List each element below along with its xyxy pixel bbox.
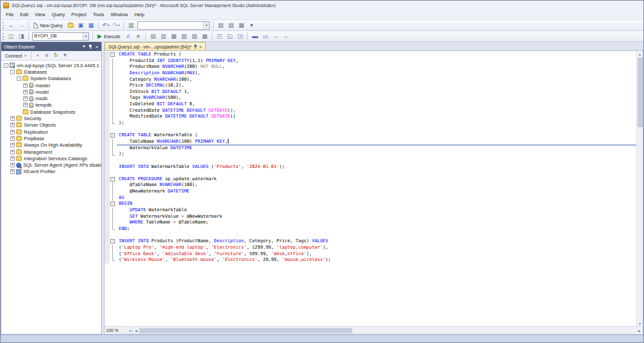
- expand-icon[interactable]: +: [10, 156, 15, 161]
- tree-item-databases[interactable]: -Databases: [1, 68, 101, 75]
- tree-item-always-on-high-availability[interactable]: +Always On High Availability: [1, 142, 101, 149]
- toolbar-combo[interactable]: ▾: [137, 21, 210, 30]
- toolbar-overflow-icon[interactable]: ▾: [247, 21, 256, 30]
- expand-icon[interactable]: +: [10, 163, 15, 167]
- expand-icon[interactable]: +: [10, 130, 15, 134]
- collapse-region-icon[interactable]: -: [110, 177, 115, 182]
- expand-icon[interactable]: +: [23, 103, 28, 107]
- connect-database-icon[interactable]: ◫: [6, 32, 15, 41]
- query-options-icon[interactable]: ▥: [159, 32, 168, 41]
- expand-icon[interactable]: +: [23, 83, 28, 88]
- live-query-stats-icon[interactable]: ▨: [190, 32, 199, 41]
- menu-window[interactable]: Window: [107, 10, 131, 19]
- estimated-plan-icon[interactable]: ▤: [148, 32, 157, 41]
- results-to-grid-icon[interactable]: ◱: [225, 32, 234, 41]
- parse-icon[interactable]: √: [123, 32, 132, 41]
- execute-button[interactable]: ▶Execute: [95, 32, 123, 41]
- menu-edit[interactable]: Edit: [17, 10, 32, 19]
- collapse-icon[interactable]: -: [4, 63, 8, 68]
- change-connection-icon[interactable]: ◨: [17, 32, 26, 41]
- tree-item-integration-services-catalogs[interactable]: +Integration Services Catalogs: [1, 155, 101, 161]
- open-file-icon[interactable]: [66, 21, 75, 30]
- expand-icon[interactable]: +: [10, 150, 15, 154]
- toolbar-grip[interactable]: [3, 33, 4, 40]
- save-icon[interactable]: ▣: [76, 21, 85, 30]
- expand-icon[interactable]: +: [10, 169, 15, 174]
- fold-margin[interactable]: -: [110, 176, 117, 183]
- scroll-right-icon[interactable]: ▶: [636, 327, 643, 334]
- database-combo[interactable]: BYOPI_DB▾: [32, 32, 89, 41]
- horizontal-scrollbar[interactable]: ◀ ▶: [133, 327, 643, 334]
- tree-item-msdb[interactable]: +msdb: [1, 95, 101, 101]
- connect-button[interactable]: Connect▾: [3, 51, 29, 60]
- scroll-left-icon[interactable]: ◀: [133, 327, 139, 334]
- tree-item-vm-sql-byopi-sql-server-15-0-4445-1[interactable]: -vm-sql-byopi (SQL Server 15.0.4445.1 -: [1, 62, 101, 68]
- tree-item-system-databases[interactable]: -System Databases: [1, 76, 101, 82]
- scroll-up-icon[interactable]: ▲: [637, 51, 643, 57]
- filter-icon[interactable]: ▼: [61, 52, 69, 59]
- indent-icon[interactable]: →: [271, 32, 280, 41]
- menu-query[interactable]: Query: [48, 10, 68, 19]
- expand-icon[interactable]: +: [10, 143, 15, 147]
- pin-icon[interactable]: [87, 43, 94, 50]
- tree-item-database-snapshots[interactable]: Database Snapshots: [1, 109, 101, 115]
- collapse-icon[interactable]: -: [17, 76, 21, 81]
- properties-window-icon[interactable]: ▩: [237, 21, 246, 30]
- tree-item-polybase[interactable]: +PolyBase: [1, 135, 101, 141]
- scroll-down-icon[interactable]: ▼: [637, 320, 643, 326]
- code-area[interactable]: -CREATE TABLE Products ( ProductId INT I…: [105, 51, 636, 326]
- tree-item-replication[interactable]: +Replication: [1, 129, 101, 135]
- close-icon[interactable]: ×: [199, 45, 202, 49]
- window-position-icon[interactable]: ▾: [81, 43, 87, 50]
- tree-item-sql-server-agent-agent-xps-disabl[interactable]: +SQL Server Agent (Agent XPs disabl...: [1, 161, 101, 168]
- menu-help[interactable]: Help: [131, 10, 147, 19]
- expand-icon[interactable]: +: [23, 90, 28, 94]
- new-query-button[interactable]: New Query: [31, 21, 65, 30]
- tree-item-server-objects[interactable]: +Server Objects: [1, 122, 101, 129]
- vertical-scroll-thumb[interactable]: [638, 57, 643, 127]
- sql-editor[interactable]: -CREATE TABLE Products ( ProductId INT I…: [104, 50, 643, 326]
- cancel-query-icon[interactable]: ■: [134, 32, 143, 41]
- menu-view[interactable]: View: [32, 10, 48, 19]
- actual-plan-icon[interactable]: ▧: [179, 32, 188, 41]
- registered-servers-icon[interactable]: ▧: [216, 21, 225, 30]
- menu-tools[interactable]: Tools: [90, 10, 108, 19]
- navigate-forward-icon[interactable]: →: [17, 21, 26, 30]
- results-to-file-icon[interactable]: ◳: [236, 32, 245, 41]
- tree-item-xevent-profiler[interactable]: +XEvent Profiler: [1, 169, 101, 175]
- menu-file[interactable]: File: [3, 10, 17, 19]
- tree-item-tempdb[interactable]: +tempdb: [1, 102, 101, 109]
- redo-icon[interactable]: ↷▾: [112, 21, 121, 30]
- collapse-region-icon[interactable]: -: [110, 239, 115, 244]
- template-explorer-icon[interactable]: ▨: [226, 21, 236, 30]
- zoom-combo[interactable]: 100 % ▾: [105, 327, 133, 334]
- horizontal-scroll-thumb[interactable]: [139, 328, 352, 333]
- expand-icon[interactable]: +: [10, 123, 15, 127]
- tree-item-model[interactable]: +model: [1, 88, 101, 95]
- undo-icon[interactable]: ↶▾: [101, 21, 110, 30]
- expand-icon[interactable]: +: [10, 136, 15, 141]
- fold-margin[interactable]: -: [110, 238, 117, 245]
- activity-monitor-icon[interactable]: ▥: [126, 21, 136, 30]
- query-document-tab[interactable]: SQLQuery1.sql - vm-...op\sqladmin (54))*…: [105, 42, 206, 50]
- chevron-down-icon[interactable]: ▾: [83, 33, 88, 40]
- expand-icon[interactable]: +: [10, 116, 15, 121]
- collapse-icon[interactable]: -: [10, 70, 15, 74]
- fold-margin[interactable]: -: [110, 201, 117, 207]
- tree-item-management[interactable]: +Management: [1, 149, 101, 155]
- intellisense-icon[interactable]: ▦: [169, 32, 178, 41]
- stop-icon[interactable]: ■: [43, 52, 51, 59]
- client-stats-icon[interactable]: ▩: [200, 32, 209, 41]
- tree-item-security[interactable]: +Security: [1, 115, 101, 121]
- navigate-backward-icon[interactable]: ←: [6, 21, 15, 30]
- collapse-region-icon[interactable]: -: [110, 133, 115, 138]
- close-icon[interactable]: ×: [94, 43, 100, 50]
- comment-icon[interactable]: ▬: [250, 32, 259, 41]
- fold-margin[interactable]: -: [110, 52, 117, 58]
- uncomment-icon[interactable]: ▭: [261, 32, 270, 41]
- results-to-text-icon[interactable]: ◰: [215, 32, 224, 41]
- save-all-icon[interactable]: ▦: [86, 21, 96, 30]
- refresh-icon[interactable]: ↻: [52, 52, 60, 59]
- collapse-region-icon[interactable]: -: [110, 202, 115, 206]
- fold-margin[interactable]: -: [110, 132, 117, 139]
